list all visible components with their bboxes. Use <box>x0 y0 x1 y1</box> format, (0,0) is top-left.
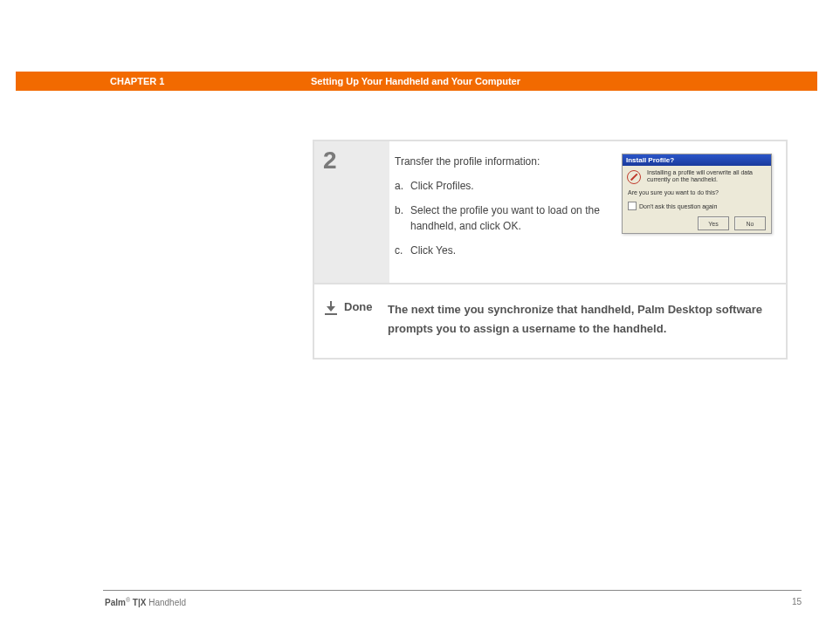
sub-label: c. <box>395 243 410 258</box>
step-lead: Transfer the profile information: <box>395 154 616 169</box>
yes-button[interactable]: Yes <box>698 216 729 230</box>
dialog-buttons: Yes No <box>623 214 771 234</box>
done-row: Done The next time you synchronize that … <box>314 283 786 358</box>
dialog-message: Installing a profile will overwrite all … <box>647 169 766 184</box>
step-number: 2 <box>314 141 389 283</box>
dialog-confirm: Are you sure you want to do this? <box>628 189 766 196</box>
download-done-icon <box>325 301 337 315</box>
step-sub-c: c. Click Yes. <box>395 243 616 258</box>
sub-text: Select the profile you want to load on t… <box>410 202 616 234</box>
header-title: Setting Up Your Handheld and Your Comput… <box>311 76 817 86</box>
done-label: Done <box>344 300 373 313</box>
dialog-checkbox-label: Don't ask this question again <box>639 203 717 209</box>
footer: Palm® T|X Handheld 15 <box>105 597 802 607</box>
sub-text: Click Profiles. <box>410 178 616 194</box>
step-row: 2 Transfer the profile information: a. C… <box>314 141 786 283</box>
step-sub-b: b. Select the profile you want to load o… <box>395 202 616 234</box>
footer-brand: Palm® T|X Handheld <box>105 597 186 607</box>
dialog-body: Installing a profile will overwrite all … <box>623 166 771 214</box>
checkbox[interactable] <box>628 202 637 210</box>
no-button[interactable]: No <box>734 216 766 230</box>
step-sub-a: a. Click Profiles. <box>395 178 616 194</box>
step-text: Transfer the profile information: a. Cli… <box>395 154 616 267</box>
done-text: The next time you synchronize that handh… <box>388 300 772 339</box>
header-bar: CHAPTER 1 Setting Up Your Handheld and Y… <box>16 72 817 91</box>
footer-rule <box>103 590 802 591</box>
dialog-checkbox-row: Don't ask this question again <box>628 202 766 210</box>
sub-text: Click Yes. <box>410 243 616 258</box>
prohibit-icon <box>627 170 641 184</box>
step-body: Transfer the profile information: a. Cli… <box>389 141 786 283</box>
header-chapter: CHAPTER 1 <box>110 76 311 86</box>
content-box: 2 Transfer the profile information: a. C… <box>313 140 788 360</box>
dialog-title: Install Profile? <box>623 154 771 166</box>
sub-label: b. <box>395 202 410 234</box>
install-profile-dialog: Install Profile? Installing a profile wi… <box>622 154 772 234</box>
done-cell: Done <box>325 300 388 339</box>
sub-label: a. <box>395 178 410 194</box>
footer-page: 15 <box>792 597 802 607</box>
